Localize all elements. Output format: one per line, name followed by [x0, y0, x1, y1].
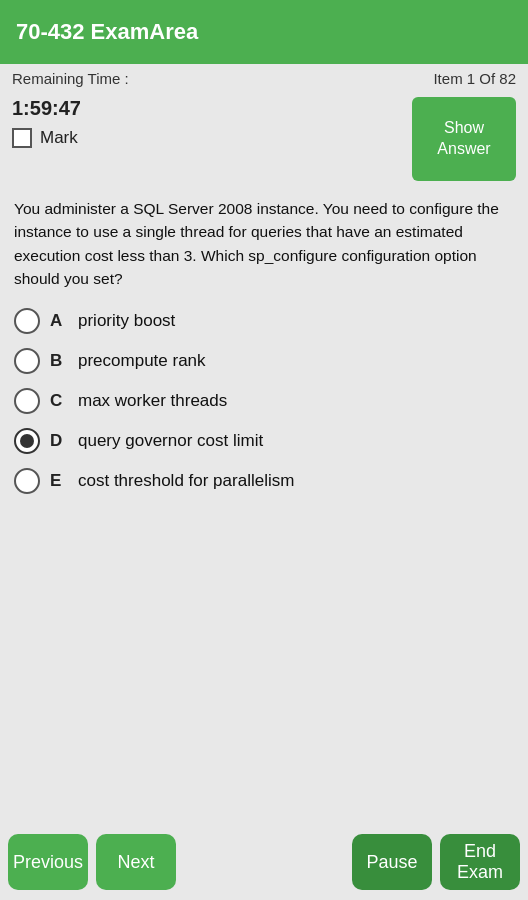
option-letter-b: B	[50, 351, 68, 371]
pause-button[interactable]: Pause	[352, 834, 432, 890]
radio-a[interactable]	[14, 308, 40, 334]
remaining-time-label: Remaining Time :	[12, 70, 129, 87]
question-text: You administer a SQL Server 2008 instanc…	[14, 197, 514, 290]
option-text-a: priority boost	[78, 311, 175, 331]
option-text-b: precompute rank	[78, 351, 206, 371]
options-list: Apriority boostBprecompute rankCmax work…	[14, 308, 514, 494]
option-letter-c: C	[50, 391, 68, 411]
option-text-e: cost threshold for parallelism	[78, 471, 294, 491]
mark-row: Mark	[12, 128, 81, 148]
option-text-d: query governor cost limit	[78, 431, 263, 451]
radio-c[interactable]	[14, 388, 40, 414]
option-row-c[interactable]: Cmax worker threads	[14, 388, 514, 414]
option-letter-d: D	[50, 431, 68, 451]
previous-button[interactable]: Previous	[8, 834, 88, 890]
radio-d[interactable]	[14, 428, 40, 454]
bottom-nav: Previous Next Pause End Exam	[0, 824, 528, 900]
option-row-d[interactable]: Dquery governor cost limit	[14, 428, 514, 454]
show-answer-button[interactable]: Show Answer	[412, 97, 516, 181]
option-row-e[interactable]: Ecost threshold for parallelism	[14, 468, 514, 494]
mark-label: Mark	[40, 128, 78, 148]
option-letter-e: E	[50, 471, 68, 491]
radio-b[interactable]	[14, 348, 40, 374]
option-letter-a: A	[50, 311, 68, 331]
radio-e[interactable]	[14, 468, 40, 494]
timer-display: 1:59:47	[12, 97, 81, 120]
option-text-c: max worker threads	[78, 391, 227, 411]
app-title: 70-432 ExamArea	[16, 19, 198, 45]
end-exam-button[interactable]: End Exam	[440, 834, 520, 890]
app-header: 70-432 ExamArea	[0, 0, 528, 64]
option-row-a[interactable]: Apriority boost	[14, 308, 514, 334]
question-area: You administer a SQL Server 2008 instanc…	[0, 189, 528, 520]
timer-left: 1:59:47 Mark	[12, 97, 81, 148]
timer-row: 1:59:47 Mark Show Answer	[0, 93, 528, 189]
next-button[interactable]: Next	[96, 834, 176, 890]
meta-bar: Remaining Time : Item 1 Of 82	[0, 64, 528, 93]
item-counter: Item 1 Of 82	[433, 70, 516, 87]
spacer	[0, 520, 528, 824]
option-row-b[interactable]: Bprecompute rank	[14, 348, 514, 374]
mark-checkbox[interactable]	[12, 128, 32, 148]
